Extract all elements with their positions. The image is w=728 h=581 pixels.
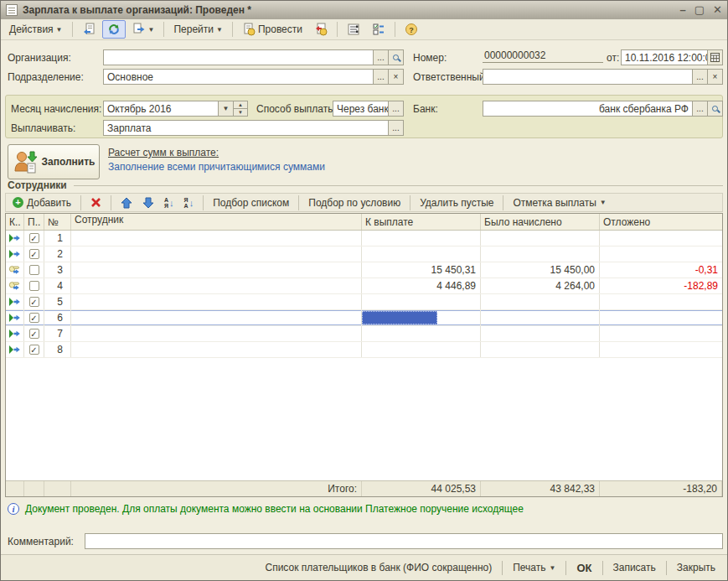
col-header-pay-flag[interactable]: П..	[24, 214, 44, 230]
payable-cell[interactable]	[362, 246, 481, 262]
deferred-cell[interactable]	[600, 246, 722, 262]
org-field[interactable]: ...	[103, 49, 404, 65]
calc-sums-link[interactable]: Расчет сумм к выплате:	[108, 147, 219, 158]
bank-field[interactable]: банк сбербанка РФ ...	[483, 101, 723, 117]
employee-cell[interactable]	[71, 326, 362, 341]
col-header-status[interactable]: К..	[6, 214, 24, 230]
employee-cell[interactable]	[71, 246, 362, 262]
col-header-employee[interactable]: Сотрудник	[71, 214, 362, 230]
reread-button[interactable]	[77, 20, 101, 39]
employee-cell[interactable]	[71, 278, 362, 293]
col-header-num[interactable]: №	[44, 214, 71, 230]
row-number-cell[interactable]: 1	[44, 231, 71, 246]
fill-all-sums-link[interactable]: Заполнение всеми причитающимися суммами	[108, 161, 325, 173]
col-header-deferred[interactable]: Отложено	[600, 214, 722, 230]
status-cell[interactable]	[6, 231, 24, 246]
table-empty-area[interactable]	[6, 358, 722, 480]
month-dropdown-button[interactable]: ▼	[218, 101, 233, 116]
minimize-button[interactable]: –	[680, 4, 686, 16]
responsible-clear-button[interactable]: ×	[707, 70, 722, 84]
accrued-cell[interactable]	[481, 231, 600, 246]
sort-asc-button[interactable]: АЯ↓	[161, 196, 178, 210]
col-header-payable[interactable]: К выплате	[362, 214, 481, 230]
method-select-button[interactable]: ...	[388, 101, 403, 116]
payable-cell[interactable]	[362, 294, 481, 309]
payable-cell[interactable]	[362, 342, 481, 357]
refresh-button[interactable]	[102, 20, 126, 39]
status-cell[interactable]	[6, 310, 24, 325]
pay-checkbox[interactable]: ✓	[29, 313, 39, 323]
enter-based-on-button[interactable]: ▼	[127, 20, 160, 39]
save-button[interactable]: Записать	[608, 559, 661, 576]
deferred-cell[interactable]: -0,31	[600, 262, 722, 278]
payers-list-button[interactable]: Список плательщиков в банк (ФИО сокращен…	[260, 559, 497, 576]
comment-field[interactable]	[85, 533, 723, 549]
row-number-cell[interactable]: 2	[44, 246, 71, 262]
status-cell[interactable]	[6, 278, 24, 293]
row-number-cell[interactable]: 7	[44, 326, 71, 341]
checkbox-cell[interactable]: ✓	[24, 310, 44, 325]
payable-cell[interactable]: 4 446,89	[362, 278, 481, 293]
status-cell[interactable]	[6, 262, 24, 278]
checkbox-cell[interactable]: ✓	[24, 326, 44, 341]
add-row-button[interactable]: + Добавить	[9, 196, 75, 210]
pay-checkbox[interactable]	[29, 281, 39, 291]
help-button[interactable]: ?	[400, 20, 423, 39]
checkbox-cell[interactable]: ✓	[24, 294, 44, 309]
checkbox-cell[interactable]	[24, 278, 44, 293]
remove-empty-button[interactable]: Удалить пустые	[416, 196, 497, 210]
pay-select-button[interactable]: ...	[388, 121, 403, 135]
status-cell[interactable]	[6, 326, 24, 341]
pay-checkbox[interactable]	[29, 265, 39, 275]
selected-cell[interactable]	[362, 311, 437, 324]
pay-checkbox[interactable]: ✓	[29, 345, 39, 355]
org-search-button[interactable]	[388, 50, 403, 65]
table-row[interactable]: 44 446,894 264,00-182,89	[6, 278, 722, 294]
pick-condition-button[interactable]: Подбор по условию	[305, 196, 404, 210]
accrued-cell[interactable]	[481, 310, 600, 325]
org-select-button[interactable]: ...	[373, 50, 388, 65]
number-value[interactable]: 00000000032	[483, 49, 603, 63]
status-cell[interactable]	[6, 294, 24, 309]
deferred-cell[interactable]	[600, 294, 722, 309]
row-number-cell[interactable]: 6	[44, 310, 71, 325]
sort-desc-button[interactable]: ЯА↓	[181, 196, 198, 210]
settings-list-button[interactable]	[367, 20, 390, 39]
post-document-button[interactable]: Провести	[237, 20, 307, 39]
payment-mark-menu-button[interactable]: Отметка выплаты▼	[509, 196, 609, 210]
document-structure-button[interactable]	[342, 20, 365, 39]
maximize-button[interactable]: ▢	[694, 4, 705, 16]
close-window-button[interactable]: Закрыть	[672, 559, 720, 576]
accrued-cell[interactable]: 4 264,00	[481, 278, 600, 293]
close-button[interactable]: ✕	[713, 4, 722, 16]
actions-menu-button[interactable]: Действия▼	[4, 21, 68, 38]
checkbox-cell[interactable]	[24, 262, 44, 278]
row-number-cell[interactable]: 8	[44, 342, 71, 357]
ok-button[interactable]: ОК	[571, 559, 596, 577]
checkbox-cell[interactable]: ✓	[24, 231, 44, 246]
method-field[interactable]: Через банк ...	[333, 101, 404, 117]
table-row[interactable]: ✓2	[6, 246, 722, 262]
employee-cell[interactable]	[71, 262, 362, 278]
employee-cell[interactable]	[71, 310, 362, 325]
payable-cell[interactable]	[362, 231, 481, 246]
deferred-cell[interactable]	[600, 342, 722, 357]
accrued-cell[interactable]	[481, 342, 600, 357]
month-spinner[interactable]: ▲▼	[233, 101, 247, 116]
responsible-select-button[interactable]: ...	[692, 70, 707, 84]
move-down-button[interactable]	[139, 196, 157, 210]
table-row[interactable]: ✓1	[6, 231, 722, 246]
delete-row-button[interactable]	[87, 196, 105, 209]
row-number-cell[interactable]: 4	[44, 278, 71, 293]
move-up-button[interactable]	[117, 196, 136, 210]
employee-cell[interactable]	[71, 342, 362, 357]
accrued-cell[interactable]: 15 450,00	[481, 262, 600, 278]
row-number-cell[interactable]: 5	[44, 294, 71, 309]
spin-down-icon[interactable]: ▼	[234, 108, 247, 116]
pay-checkbox[interactable]: ✓	[29, 233, 39, 243]
department-field[interactable]: Основное ... ×	[103, 69, 404, 85]
table-row[interactable]: 315 450,3115 450,00-0,31	[6, 262, 722, 278]
bank-search-button[interactable]	[707, 101, 722, 116]
checkbox-cell[interactable]: ✓	[24, 246, 44, 262]
col-header-accrued[interactable]: Было начислено	[481, 214, 600, 230]
